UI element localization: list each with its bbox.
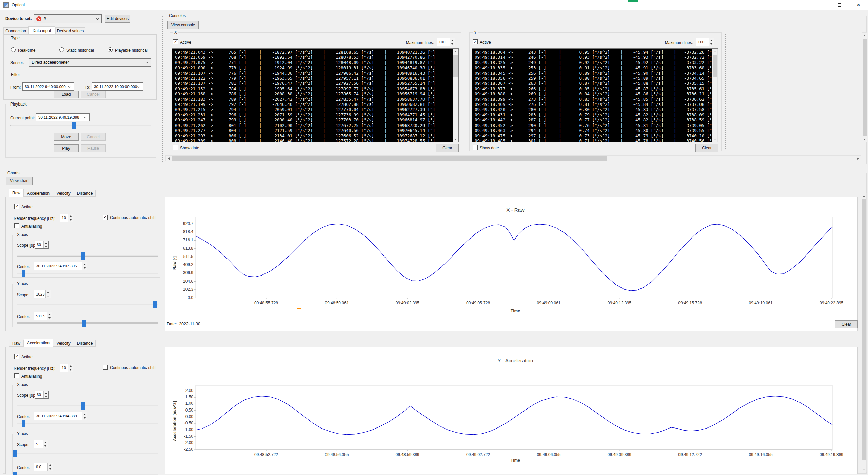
spin-down-icon[interactable]	[450, 42, 455, 46]
spin-down-icon[interactable]	[82, 416, 87, 420]
view-console-button[interactable]: View console	[167, 21, 199, 29]
radio-real-time[interactable]	[11, 47, 16, 52]
panel2-antialiasing-checkbox[interactable]	[14, 373, 19, 378]
panel2-tab-velocity[interactable]: Velocity	[53, 340, 74, 347]
from-date-combo[interactable]: 30.11.2022 9:40:00.000	[22, 82, 74, 91]
device-combo[interactable]: Y	[34, 14, 102, 23]
spin-up-icon[interactable]	[68, 214, 73, 218]
console-x-show-date-checkbox[interactable]	[173, 145, 178, 150]
spin-up-icon[interactable]	[82, 262, 87, 266]
spin-down-icon[interactable]	[82, 266, 87, 270]
pause-button[interactable]: Pause	[81, 144, 106, 152]
load-button[interactable]: Load	[54, 91, 79, 98]
console-y-active-checkbox[interactable]: ✓	[473, 39, 478, 44]
maximize-button[interactable]	[830, 0, 849, 10]
playback-cancel-button[interactable]: Cancel	[81, 133, 106, 141]
spin-down-icon[interactable]	[43, 444, 48, 448]
scroll-down-icon[interactable]	[861, 467, 866, 472]
spin-down-icon[interactable]	[709, 42, 714, 46]
chart1-clear-button[interactable]: Clear	[835, 320, 858, 328]
charts-v-scrollbar[interactable]	[861, 193, 867, 472]
spin-up-icon[interactable]	[44, 241, 48, 245]
panel1-y-center-spinner[interactable]: 511.5	[34, 312, 52, 320]
scrollbar-thumb[interactable]	[453, 55, 458, 77]
tab-derived-values[interactable]: Derived values	[55, 27, 85, 34]
spin-down-icon[interactable]	[47, 316, 52, 320]
filter-cancel-button[interactable]: Cancel	[81, 91, 106, 98]
panel2-y-scope-slider-track[interactable]	[17, 453, 158, 454]
panel1-scope-s-spinner[interactable]: 30	[35, 241, 49, 249]
scrollbar-thumb[interactable]	[862, 199, 866, 460]
console-x-active-checkbox[interactable]: ✓	[173, 39, 178, 44]
panel2-scope-s-spinner[interactable]: 30	[35, 391, 49, 399]
spin-up-icon[interactable]	[48, 463, 53, 467]
to-date-combo[interactable]: 30.11.2022 10:00:00.000	[92, 82, 143, 91]
spin-down-icon[interactable]	[48, 467, 53, 471]
panel2-y-center-spinner[interactable]: 0.0	[34, 463, 53, 471]
panel2-shift-checkbox[interactable]	[103, 365, 108, 370]
console-x-max-lines-spinner[interactable]: 100	[437, 38, 455, 46]
panel2-y-center-slider-track[interactable]	[17, 474, 158, 475]
console-y-show-date-checkbox[interactable]	[473, 145, 478, 150]
spin-up-icon[interactable]	[46, 290, 51, 294]
sensor-combo[interactable]: Direct accelerometer	[29, 58, 151, 66]
radio-playable-historical[interactable]	[108, 47, 113, 52]
console-x-clear-button[interactable]: Clear	[436, 144, 459, 152]
panel1-x-center-spinner[interactable]: 30.11.2022 9:49:07.395	[34, 262, 87, 270]
spin-up-icon[interactable]	[82, 412, 87, 416]
spin-up-icon[interactable]	[47, 312, 52, 316]
panel1-y-scope-slider-thumb[interactable]	[153, 301, 157, 308]
panel1-tab-velocity[interactable]: Velocity	[53, 190, 74, 197]
panel1-y-center-slider-track[interactable]	[17, 322, 158, 324]
scrollbar-thumb[interactable]	[172, 156, 607, 161]
panel1-render-frequency-spinner[interactable]: 10	[60, 214, 73, 222]
scroll-down-icon[interactable]	[453, 137, 458, 142]
playback-slider-thumb[interactable]	[72, 122, 76, 129]
spin-down-icon[interactable]	[68, 218, 73, 222]
panel1-active-checkbox[interactable]: ✓	[14, 204, 19, 209]
minimize-button[interactable]	[811, 0, 830, 10]
scroll-down-icon[interactable]	[712, 137, 717, 142]
panel2-y-center-slider-thumb[interactable]	[13, 472, 17, 475]
spin-up-icon[interactable]	[709, 38, 714, 42]
move-button[interactable]: Move	[54, 133, 79, 141]
vertical-splitter[interactable]	[162, 16, 163, 162]
panel2-tab-raw[interactable]: Raw	[9, 340, 24, 347]
consoles-v-scrollbar[interactable]	[862, 32, 867, 142]
console-x-scrollbar[interactable]	[453, 49, 458, 142]
panel1-x-scope-slider-track[interactable]	[17, 255, 158, 256]
spin-up-icon[interactable]	[44, 391, 48, 395]
spin-up-icon[interactable]	[450, 38, 455, 42]
scrollbar-thumb[interactable]	[713, 55, 717, 77]
panel1-x-center-slider-thumb[interactable]	[22, 270, 25, 277]
scroll-right-icon[interactable]	[855, 156, 861, 161]
console-y-max-lines-spinner[interactable]: 100	[696, 38, 714, 46]
panel1-x-center-slider-track[interactable]	[17, 273, 158, 274]
spin-up-icon[interactable]	[43, 440, 48, 444]
tab-data-input[interactable]: Data input	[28, 26, 55, 35]
panel1-y-scope-spinner[interactable]: 1023	[34, 290, 51, 298]
panel2-x-scope-slider-track[interactable]	[17, 405, 158, 406]
playback-slider-track[interactable]	[10, 125, 151, 126]
radio-static-historical[interactable]	[59, 47, 64, 52]
current-point-combo[interactable]: 30.11.2022 9:49:19.398	[36, 113, 90, 121]
scroll-left-icon[interactable]	[166, 156, 171, 161]
panel2-x-center-spinner[interactable]: 30.11.2022 9:49:04.389	[34, 412, 87, 420]
spin-down-icon[interactable]	[46, 294, 51, 298]
panel2-x-center-slider-thumb[interactable]	[22, 420, 25, 427]
panel1-y-scope-slider-track[interactable]	[17, 304, 158, 305]
spin-down-icon[interactable]	[44, 395, 48, 398]
panel2-tab-distance[interactable]: Distance	[74, 340, 96, 347]
panel2-tab-acceleration[interactable]: Acceleration	[24, 339, 53, 347]
panel1-antialiasing-checkbox[interactable]	[14, 223, 19, 228]
close-button[interactable]: ✕	[849, 0, 868, 10]
scroll-up-icon[interactable]	[862, 33, 867, 38]
panel1-tab-acceleration[interactable]: Acceleration	[24, 190, 53, 197]
spin-down-icon[interactable]	[68, 368, 73, 372]
panel1-tab-distance[interactable]: Distance	[74, 190, 96, 197]
panel1-tab-raw[interactable]: Raw	[9, 189, 24, 197]
panel1-x-scope-slider-thumb[interactable]	[81, 252, 85, 260]
panel2-y-scope-slider-thumb[interactable]	[13, 450, 17, 457]
panel2-render-frequency-spinner[interactable]: 10	[60, 364, 73, 372]
scrollbar-thumb[interactable]	[863, 39, 867, 136]
